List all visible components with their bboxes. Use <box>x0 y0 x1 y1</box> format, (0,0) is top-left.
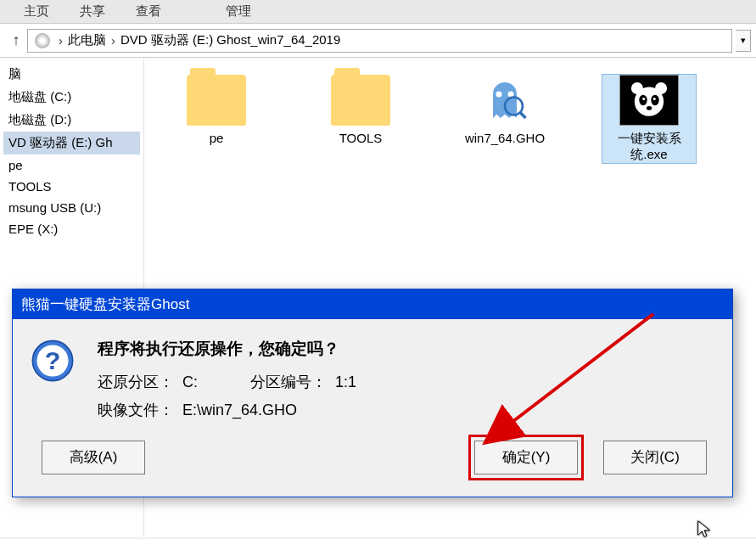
sidebar-item[interactable]: 地磁盘 (D:) <box>3 109 140 132</box>
question-icon: ? <box>30 338 76 384</box>
sidebar-item[interactable]: EPE (X:) <box>3 218 140 239</box>
svg-line-3 <box>520 112 526 118</box>
breadcrumb[interactable]: › 此电脑 › DVD 驱动器 (E:) Ghost_win7_64_2019 <box>27 29 732 53</box>
tab-share[interactable]: 共享 <box>64 2 120 21</box>
file-label: pe <box>170 131 263 145</box>
restore-partition-value: C: <box>182 368 250 396</box>
partition-number-value: 1:1 <box>335 368 356 396</box>
svg-point-6 <box>655 82 667 94</box>
partition-number-label: 分区编号： <box>250 368 335 396</box>
file-label: TOOLS <box>314 131 407 145</box>
sidebar-item[interactable]: 地磁盘 (C:) <box>3 86 140 109</box>
advanced-button[interactable]: 高级(A) <box>42 441 145 474</box>
dialog-message: 程序将执行还原操作，您确定吗？ <box>98 334 715 363</box>
confirm-dialog: 熊猫一键硬盘安装器Ghost ? 程序将执行还原操作，您确定吗？ 还原分区： C… <box>12 289 733 497</box>
svg-point-9 <box>642 98 645 100</box>
close-button[interactable]: 关闭(C) <box>603 441 707 474</box>
image-file-value: E:\win7_64.GHO <box>182 396 297 424</box>
sidebar-item[interactable]: 脑 <box>3 63 140 86</box>
file-item-folder[interactable]: TOOLS <box>314 75 407 163</box>
svg-point-0 <box>496 92 502 98</box>
ok-button[interactable]: 确定(Y) <box>474 441 578 474</box>
tab-manage[interactable]: 管理 <box>210 2 266 21</box>
folder-icon <box>187 75 246 126</box>
svg-point-5 <box>631 82 643 94</box>
sidebar-item[interactable]: msung USB (U:) <box>3 197 140 218</box>
breadcrumb-bar: ↑ › 此电脑 › DVD 驱动器 (E:) Ghost_win7_64_201… <box>0 24 756 58</box>
svg-text:?: ? <box>45 346 61 374</box>
crumb-drive[interactable]: DVD 驱动器 (E:) Ghost_win7_64_2019 <box>120 32 340 48</box>
disc-icon <box>35 33 50 48</box>
chevron-right-icon: › <box>111 33 115 48</box>
breadcrumb-dropdown[interactable]: ▾ <box>736 30 751 52</box>
sidebar-item-current[interactable]: VD 驱动器 (E:) Gh <box>3 132 140 154</box>
menu-bar: 主页 共享 查看 管理 <box>0 0 756 24</box>
svg-point-8 <box>651 95 658 106</box>
svg-point-11 <box>647 106 652 110</box>
file-item-exe[interactable]: 一键安装系统.exe <box>602 75 696 163</box>
restore-partition-label: 还原分区： <box>98 368 182 396</box>
panda-icon <box>619 75 679 126</box>
dialog-title: 熊猫一键硬盘安装器Ghost <box>13 289 732 319</box>
image-file-label: 映像文件： <box>98 396 182 424</box>
crumb-thispc[interactable]: 此电脑 <box>68 32 106 48</box>
file-label: 一键安装系统.exe <box>602 131 696 163</box>
sidebar-item[interactable]: pe <box>3 154 140 176</box>
nav-up-button[interactable]: ↑ <box>5 30 27 52</box>
svg-point-7 <box>639 95 647 106</box>
tab-home[interactable]: 主页 <box>8 2 64 21</box>
svg-point-10 <box>653 98 656 100</box>
file-item-gho[interactable]: win7_64.GHO <box>458 75 552 163</box>
sidebar-item[interactable]: TOOLS <box>3 176 140 197</box>
folder-icon <box>331 75 390 126</box>
tab-view[interactable]: 查看 <box>120 2 176 21</box>
dialog-text: 程序将执行还原操作，您确定吗？ 还原分区： C: 分区编号： 1:1 映像文件：… <box>98 334 715 424</box>
file-item-folder[interactable]: pe <box>170 75 263 163</box>
chevron-right-icon: › <box>59 33 63 48</box>
ghost-icon <box>475 75 535 126</box>
file-label: win7_64.GHO <box>458 131 552 145</box>
